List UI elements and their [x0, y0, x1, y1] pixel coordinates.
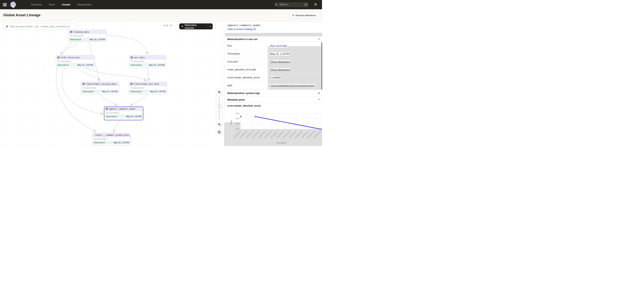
node-timestamp: May 23, 1:23 PM	[126, 115, 142, 118]
chart-title: score (mean_absolute_error)	[227, 104, 260, 107]
zoom-slider-track[interactable]	[219, 97, 220, 120]
collapse-section-icon[interactable]: ▼	[318, 38, 320, 40]
path-link[interactable]: /Users/odetteharary/Documents/version	[270, 84, 315, 87]
y-tick-label: 0.30	[236, 128, 240, 130]
node-status: Materialized	[106, 115, 117, 118]
table-icon	[106, 108, 108, 110]
search-placeholder: Search...	[280, 3, 289, 6]
reload-definitions-button[interactable]: ↻ Reload definitions	[289, 12, 319, 18]
y-tick-label: 0.35	[236, 123, 240, 125]
section-metadata-plots[interactable]: Metadata plots ▼	[224, 96, 322, 103]
section-materialization-system-tags[interactable]: Materialization system tags ▶	[224, 90, 322, 96]
refresh-icon: ↻	[292, 14, 294, 17]
refresh-countdown: 0:18	[163, 24, 168, 27]
asset-details-panel: xgboost_comments_model View in Asset Cat…	[224, 22, 322, 146]
collapse-section-icon[interactable]: ▼	[318, 99, 320, 101]
settings-gear-icon[interactable]: ⚙	[314, 3, 317, 7]
score-line-chart: 0.300.350.400.45 1:20:36 p.m.1:20:48 p.m…	[224, 111, 322, 146]
asset-node-test-data[interactable]: test_data No description MaterializedMay…	[129, 55, 166, 68]
table-row: path /Users/odetteharary/Documents/versi…	[224, 82, 322, 90]
search-icon	[274, 3, 278, 7]
score-value: 0.300855	[270, 76, 281, 79]
asset-lineage-canvas[interactable]: Type an asset subset... (ex: ++latest_st…	[0, 22, 224, 146]
x-axis-label: Timestamp	[276, 142, 286, 144]
node-description: No description	[68, 34, 106, 38]
node-description: No description	[129, 60, 166, 63]
external-link-icon	[254, 28, 256, 30]
zoom-in-icon	[218, 91, 221, 94]
node-description: No description	[129, 86, 167, 90]
run-id-link[interactable]: 242374ad	[276, 45, 287, 47]
global-search-input[interactable]: Search... /	[274, 2, 309, 7]
table-icon	[131, 57, 133, 58]
table-icon	[70, 31, 72, 33]
nav-tab-assets[interactable]: Assets	[62, 0, 70, 9]
panel-asset-title: xgboost_comments_model	[227, 24, 260, 27]
hamburger-menu-icon[interactable]	[3, 3, 7, 6]
materialization-metadata-table: Run Run 242374ad Timestamp May 23, 1:23 …	[224, 42, 322, 90]
data-point-marker[interactable]	[255, 116, 256, 117]
node-status: Materialized	[130, 90, 142, 93]
search-shortcut-badge: /	[304, 3, 308, 7]
table-row: mean_absolute_error plot [Show Markdown]	[224, 66, 322, 74]
download-graph-button[interactable]	[216, 129, 222, 135]
node-status: Materialized	[70, 38, 81, 41]
table-icon	[130, 83, 132, 85]
nav-tab-runs[interactable]: Runs	[49, 0, 55, 9]
node-timestamp: May 23, 1:23 PM	[150, 90, 165, 93]
node-description: No description	[81, 86, 119, 90]
panel-scrollbar-thumb[interactable]	[322, 42, 322, 93]
node-status: Materialized	[58, 64, 68, 66]
top-nav: Overview Runs Assets Deployment Search..…	[0, 0, 322, 9]
sparkle-icon: ✦	[181, 25, 183, 28]
table-row: score (mean_absolute_error) 0.300855	[224, 74, 322, 82]
page-title: Global Asset Lineage	[3, 13, 40, 17]
table-icon	[83, 83, 84, 85]
node-status: Materialized	[83, 90, 94, 93]
asset-node-tfidf-vectorizer[interactable]: tfidf_vectorizer No description Material…	[56, 55, 94, 68]
page-header: Global Asset Lineage ↻ Reload definition…	[0, 9, 322, 22]
asset-node-xgboost-comments-model[interactable]: xgboost_comments_model No description Ma…	[104, 107, 143, 120]
node-timestamp: May 23, 1:23 PM	[114, 141, 129, 144]
asset-node-transformed-training-data[interactable]: transformed_training_data No description…	[81, 82, 119, 94]
zoom-in-button[interactable]	[216, 89, 222, 95]
zoom-slider-thumb[interactable]	[218, 104, 221, 108]
expand-section-icon[interactable]: ▶	[318, 92, 320, 94]
table-icon	[58, 57, 60, 58]
show-markdown-link[interactable]: [Show Markdown]	[270, 60, 290, 63]
node-timestamp: May 23, 1:23 PM	[149, 64, 164, 66]
materialize-selected-button[interactable]: ✦ Materialize selected ▾	[179, 24, 213, 29]
y-tick-label: 0.45	[236, 112, 240, 115]
refresh-icon[interactable]: ↻	[170, 24, 172, 27]
table-row: Run Run 242374ad	[224, 42, 322, 50]
asset-node-training-data[interactable]: training_data No description Materialize…	[68, 30, 107, 42]
asset-filter-placeholder: Type an asset subset... (ex: ++latest_st…	[10, 25, 70, 28]
table-row: Timestamp May 23, 1:23 PM	[224, 50, 322, 58]
materialize-dropdown-caret-icon[interactable]: ▾	[208, 25, 213, 28]
node-timestamp: May 23, 1:23 PM	[90, 38, 105, 41]
node-status: Materialized	[131, 64, 142, 66]
show-markdown-link[interactable]: [Show Markdown]	[270, 68, 290, 71]
view-in-asset-catalog-link[interactable]: View in Asset Catalog	[227, 28, 256, 31]
asset-graph-icon	[6, 25, 8, 28]
dagster-logo-icon[interactable]	[10, 1, 16, 8]
zoom-out-button[interactable]	[216, 121, 222, 127]
y-tick-label: 0.40	[236, 118, 240, 120]
section-materialization-in-last-run[interactable]: Materialization in last run ▼	[224, 36, 322, 42]
horizontal-scrollbar-track[interactable]	[225, 33, 322, 36]
node-timestamp: May 23, 1:23 PM	[102, 90, 118, 93]
asset-node-transformed-test-data[interactable]: transformed_test_data No description Mat…	[129, 82, 167, 94]
zoom-out-icon	[218, 123, 221, 126]
asset-filter-input[interactable]: Type an asset subset... (ex: ++latest_st…	[4, 23, 76, 30]
nav-tab-overview[interactable]: Overview	[31, 0, 42, 9]
data-point-marker[interactable]	[320, 129, 322, 130]
node-description: No description	[56, 60, 94, 63]
download-icon	[218, 130, 221, 134]
timestamp-value: May 23, 1:23 PM	[270, 52, 290, 56]
nav-tab-deployment[interactable]: Deployment	[77, 0, 91, 9]
table-row: rmse plot [Show Markdown]	[224, 58, 322, 66]
zoom-controls	[216, 89, 222, 128]
data-point-marker[interactable]	[240, 116, 242, 117]
asset-node-latest-comment-predictions[interactable]: latest_…_comment_predictions No descript…	[92, 133, 131, 145]
node-status: Materialized	[94, 141, 105, 144]
